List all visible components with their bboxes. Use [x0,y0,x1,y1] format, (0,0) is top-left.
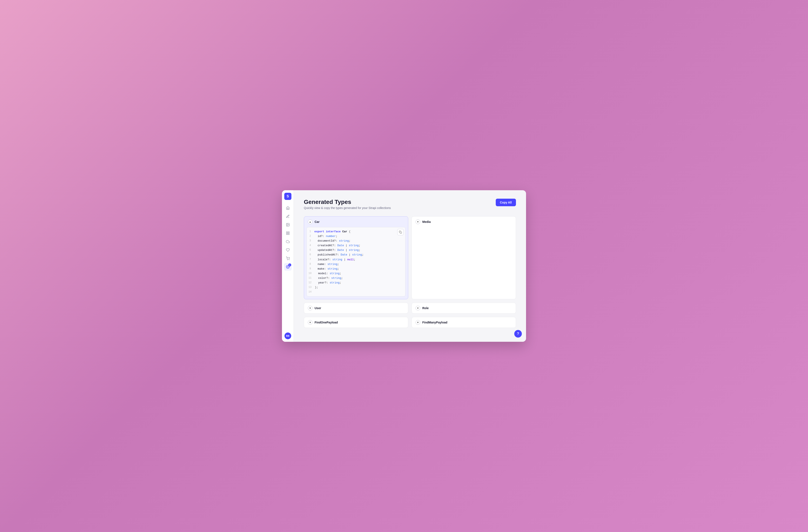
card-role: ▼ Role [411,302,516,314]
page-title: Generated Types [304,199,391,205]
code-line-6: 6 publishedAt?: Date | string; [307,253,404,257]
svg-rect-3 [288,232,289,233]
card-findmany: ▼ FindManyPayload [411,317,516,328]
car-code-block: 1 export interface Car { 2 id?: number; … [307,227,405,296]
card-car: ▲ Car 1 export interface Car { 2 [304,216,408,299]
main-content: Generated Types Quickly view & copy the … [294,190,526,342]
page-header: Generated Types Quickly view & copy the … [304,199,516,209]
page-title-block: Generated Types Quickly view & copy the … [304,199,391,209]
card-media-header[interactable]: ▼ Media [412,217,516,227]
card-findmany-header[interactable]: ▼ FindManyPayload [412,317,516,328]
card-user-header[interactable]: ▼ User [304,303,408,313]
cards-grid: ▲ Car 1 export interface Car { 2 [304,216,516,328]
sidebar-item-marketplace[interactable] [284,255,292,262]
card-findone: ▼ FindOnePayload [304,317,408,328]
sidebar-item-content[interactable] [284,230,292,237]
card-role-title: Role [422,307,429,310]
code-line-1: 1 export interface Car { [307,230,404,234]
card-role-header[interactable]: ▼ Role [412,303,516,313]
sidebar-item-edit[interactable] [284,213,292,220]
sidebar-bottom: BB [284,332,291,339]
card-findmany-title: FindManyPayload [422,321,447,324]
code-copy-button[interactable] [397,229,404,235]
card-car-header[interactable]: ▲ Car [304,217,408,227]
help-button[interactable]: ? [514,330,522,337]
code-line-3: 3 documentId?: string; [307,239,404,243]
sidebar-logo[interactable]: S [284,193,291,200]
app-window: S [282,190,526,342]
card-findone-title: FindOnePayload [315,321,338,324]
code-line-2: 2 id?: number; [307,234,404,239]
sidebar-item-plugin[interactable] [284,246,292,254]
code-line-12: 12 year?: string; [307,280,404,285]
card-car-title: Car [315,220,319,223]
chevron-down-icon: ▼ [416,220,420,224]
sidebar-item-cloud[interactable] [284,238,292,245]
card-findone-header[interactable]: ▼ FindOnePayload [304,317,408,328]
card-user-title: User [315,307,321,310]
svg-point-8 [287,267,288,268]
svg-rect-5 [287,234,288,235]
copy-all-button[interactable]: Copy All [496,199,516,206]
card-media-title: Media [422,220,431,223]
code-line-13: 13 }; [307,285,404,290]
code-line-9: 9 make: string; [307,267,404,271]
sidebar-item-home[interactable] [284,204,292,212]
sidebar-item-media[interactable] [284,221,292,228]
svg-rect-9 [400,232,402,233]
sidebar-item-settings[interactable]: 1 [284,263,292,271]
chevron-down-icon-role: ▼ [416,306,420,310]
card-user: ▼ User [304,302,408,314]
chevron-down-icon-user: ▼ [308,306,312,310]
chevron-down-icon-findmany: ▼ [416,320,420,325]
svg-point-6 [287,260,288,260]
settings-badge: 1 [288,263,291,267]
page-subtitle: Quickly view & copy the types generated … [304,206,391,209]
sidebar: S [282,190,294,342]
code-line-14: 14 [307,290,404,294]
svg-point-7 [289,260,289,260]
code-line-7: 7 locale?: string | null; [307,257,404,262]
svg-rect-4 [288,234,289,235]
code-line-8: 8 name: string; [307,262,404,267]
chevron-up-icon: ▲ [308,220,312,224]
card-media: ▼ Media [411,216,516,299]
code-line-4: 4 createdAt?: Date | string; [307,243,404,248]
code-line-5: 5 updatedAt?: Date | string; [307,248,404,253]
svg-point-1 [287,224,288,224]
code-line-10: 10 model: string; [307,271,404,276]
svg-rect-2 [287,232,288,233]
chevron-down-icon-findone: ▼ [308,320,312,325]
code-line-11: 11 color?: string; [307,276,404,280]
sidebar-nav: 1 [284,204,292,332]
sidebar-avatar[interactable]: BB [284,332,291,339]
